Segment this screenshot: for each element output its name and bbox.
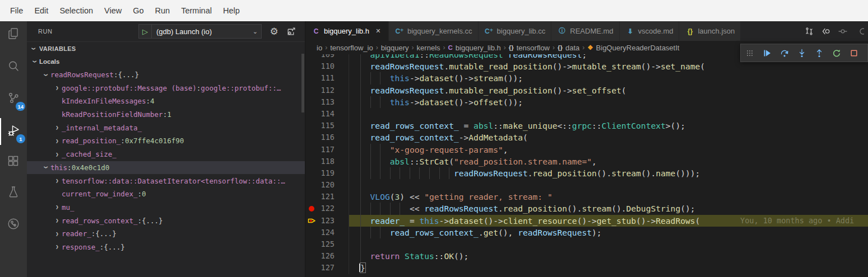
code-line-111[interactable]: 111this->dataset()->stream()); — [305, 72, 868, 84]
code-line-116[interactable]: 116read_rows_context_->AddMetadata( — [305, 132, 868, 143]
tab-readme-md[interactable]: ⓘREADME.md — [551, 21, 619, 41]
clipped-edge-icon[interactable] — [851, 21, 868, 41]
breadcrumb-item[interactable]: io — [317, 44, 322, 52]
activity-item-remote-runner[interactable] — [0, 212, 27, 238]
start-debug-play-icon[interactable]: ▷ — [139, 25, 152, 38]
menu-item-edit[interactable]: Edit — [29, 3, 54, 18]
menu-item-help[interactable]: Help — [217, 3, 245, 18]
tab-bigquery-lib-h[interactable]: Cbigquery_lib.h✕ — [305, 21, 389, 41]
code-line-113[interactable]: 113this->dataset()->offset()); — [305, 96, 868, 108]
breadcrumb-item[interactable]: tensorflow_io — [330, 44, 373, 52]
gear-icon[interactable]: ⚙ — [267, 24, 281, 39]
stop-button[interactable] — [845, 44, 862, 62]
continue-button[interactable] — [758, 44, 776, 62]
code-line-115[interactable]: 115read_rows_context_ = absl::make_uniqu… — [305, 120, 868, 132]
menu-item-terminal[interactable]: Terminal — [175, 3, 217, 18]
current-line-arrow-icon[interactable] — [305, 217, 318, 224]
code-text: readRowsRequest.mutable_read_position()-… — [349, 60, 868, 72]
info-file-icon: ⓘ — [557, 26, 567, 36]
tree-row[interactable]: ❯response_: {...} — [27, 241, 305, 254]
git-commit-icon[interactable] — [834, 21, 851, 41]
line-number: 123 — [318, 215, 335, 227]
line-number: 126 — [318, 250, 335, 262]
tree-row[interactable]: current_row_index_: 0 — [27, 187, 305, 201]
tab-launch-json[interactable]: {}launch.json — [679, 21, 741, 41]
code-token: ); — [592, 228, 602, 237]
activity-item-testing[interactable] — [0, 180, 27, 206]
menu-item-view[interactable]: View — [99, 3, 127, 18]
tab-bigquery-lib-cc[interactable]: C⁺bigquery_lib.cc — [479, 21, 552, 41]
code-line-112[interactable]: 112readRowsRequest.mutable_read_position… — [305, 84, 868, 96]
activity-item-extensions[interactable] — [0, 149, 27, 176]
code-line-124[interactable]: 124read_rows_context_.get(), readRowsReq… — [305, 227, 868, 238]
menu-item-file[interactable]: File — [4, 3, 29, 18]
breadcrumb-item[interactable]: ❖BigQueryReaderDatasetIt — [587, 44, 679, 52]
step-over-button[interactable] — [776, 44, 793, 62]
sidebar-scrollbar[interactable] — [301, 54, 304, 112]
variable-text: _internal_metadata_ — [62, 124, 142, 132]
activity-item-search[interactable] — [0, 54, 27, 81]
step-out-button[interactable] — [810, 44, 828, 62]
restart-button[interactable] — [828, 44, 845, 62]
code-line-125[interactable]: 125 — [305, 238, 868, 250]
menu-item-selection[interactable]: Selection — [54, 3, 99, 18]
variable-text: 1 — [167, 110, 171, 119]
code-token: ()-> — [553, 86, 572, 95]
tree-row[interactable]: ❯_cached_size_ — [27, 148, 305, 161]
menu-item-go[interactable]: Go — [127, 3, 149, 18]
open-debug-console-icon[interactable] — [284, 24, 298, 39]
activity-item-explorer[interactable] — [0, 21, 27, 48]
tree-row[interactable]: ❯read_rows_context_: {...} — [27, 214, 305, 227]
breadcrumb-item[interactable]: Cbigquery_lib.h — [448, 44, 501, 52]
md-arrow-file-icon: ⬇ — [625, 27, 635, 35]
tab-label: launch.json — [698, 27, 735, 35]
variable-text: google::protobuf::… — [201, 84, 281, 92]
indent-guide — [360, 250, 370, 262]
tree-row[interactable]: kReadPositionFieldNumber: 1 — [27, 108, 305, 121]
code-line-119[interactable]: 119readRowsRequest.read_position().strea… — [305, 167, 868, 179]
launch-config-dropdown[interactable]: ▷ (gdb) Launch (io) ⌄ — [138, 24, 262, 39]
tree-row[interactable]: ❯Locals — [27, 55, 305, 68]
variables-section-header[interactable]: ❯ VARIABLES — [27, 41, 305, 55]
close-icon[interactable]: ✕ — [374, 27, 383, 35]
tree-row[interactable]: ❯readRowsRequest: {...} — [27, 68, 305, 82]
git-compare-icon[interactable] — [801, 21, 818, 41]
tree-row[interactable]: ❯reader_: {...} — [27, 227, 305, 241]
tree-row[interactable]: kIndexInFileMessages: 4 — [27, 95, 305, 108]
tree-row[interactable]: ❯read_position_: 0x7ffe4c016f90 — [27, 134, 305, 148]
run-panel-title: RUN — [38, 28, 52, 35]
activity-item-run-and-debug[interactable]: 1 — [0, 118, 27, 145]
activity-item-source-control[interactable]: 14 — [0, 86, 27, 112]
code-line-122[interactable]: 122<< readRowsRequest.read_position().st… — [305, 203, 868, 214]
code-line-118[interactable]: 118absl::StrCat("read_position.stream.na… — [305, 156, 868, 167]
code-line-123[interactable]: 123reader_ = this->dataset()->client_res… — [305, 215, 868, 227]
tree-row[interactable]: ❯tensorflow::data::DatasetIterator<tenso… — [27, 174, 305, 187]
tab-bigquery-kernels-cc[interactable]: C⁺bigquery_kernels.cc — [389, 21, 479, 41]
code-line-121[interactable]: 121VLOG(3) << "getting reader, stream: " — [305, 191, 868, 203]
code-line-114[interactable]: 114 — [305, 108, 868, 120]
breadcrumb-item[interactable]: bigquery — [381, 44, 409, 52]
breadcrumb-item[interactable]: {}data — [558, 44, 579, 52]
tab-label: README.md — [570, 27, 613, 35]
menu-item-run[interactable]: Run — [150, 3, 176, 18]
tree-row[interactable]: ❯mu_ — [27, 201, 305, 214]
code-line-110[interactable]: 110readRowsRequest.mutable_read_position… — [305, 60, 868, 72]
tree-row[interactable]: ❯_internal_metadata_ — [27, 121, 305, 134]
code-text: read_rows_context_.get(), readRowsReques… — [349, 227, 868, 238]
code-line-117[interactable]: 117"x-goog-request-params", — [305, 144, 868, 156]
code-line-126[interactable]: 126return Status::OK(); — [305, 250, 868, 262]
code-token: (); — [454, 251, 468, 261]
prev-change-icon[interactable] — [818, 21, 834, 41]
breadcrumb-item[interactable]: kernels — [417, 44, 440, 52]
indent-guide — [370, 96, 380, 108]
code-token: absl — [474, 121, 493, 130]
code-editor[interactable]: 109apiv1beta1::ReadRowsRequest readRowsR… — [305, 54, 868, 277]
breadcrumb-item[interactable]: {}tensorflow — [509, 44, 550, 52]
code-line-120[interactable]: 120 — [305, 179, 868, 191]
tab-vscode-md[interactable]: ⬇vscode.md — [620, 21, 680, 41]
tree-row[interactable]: ❯google::protobuf::Message (base): googl… — [27, 81, 305, 95]
breakpoint-icon[interactable] — [305, 206, 318, 212]
code-line-127[interactable]: 127} — [305, 262, 868, 274]
step-into-button[interactable] — [793, 44, 810, 62]
tree-row[interactable]: ❯this: 0x4e0c1d0 — [27, 161, 305, 175]
